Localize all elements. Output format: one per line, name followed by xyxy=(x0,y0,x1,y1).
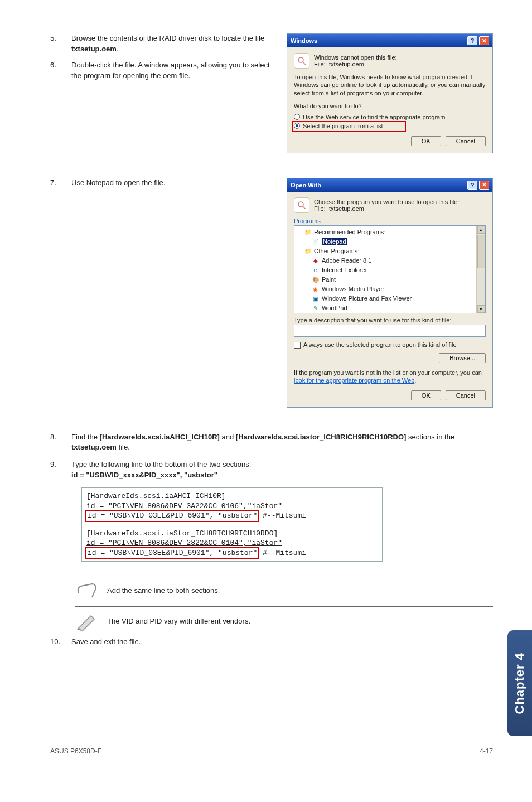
scroll-down[interactable]: ▾ xyxy=(477,305,485,313)
program-list[interactable]: 📁Recommended Programs: 📄Notepad 📁Other P… xyxy=(294,225,486,313)
step-num: 6. xyxy=(50,60,71,81)
step-5: 5. Browse the contents of the RAID drive… xyxy=(50,33,277,55)
other-folder: 📁Other Programs: xyxy=(296,247,484,256)
close-button[interactable]: ✕ xyxy=(479,36,489,45)
help-button[interactable]: ? xyxy=(467,36,477,45)
folder-label: Other Programs: xyxy=(314,248,359,254)
cancel-button[interactable]: Cancel xyxy=(446,390,486,400)
note-text: The VID and PID vary with different vend… xyxy=(107,611,250,625)
cannot-open-label: Windows cannot open this file: xyxy=(314,54,397,61)
page: 5. Browse the contents of the RAID drive… xyxy=(0,0,532,770)
help-button[interactable]: ? xyxy=(467,181,477,190)
folder-label: Recommended Programs: xyxy=(314,229,385,235)
program-item[interactable]: 🎨Paint xyxy=(296,275,484,284)
title-buttons: ? ✕ xyxy=(467,36,489,45)
paperclip-icon xyxy=(75,581,98,602)
pen-icon xyxy=(75,611,98,632)
program-item[interactable]: eInternet Explorer xyxy=(296,265,484,275)
app-label: Adobe Reader 8.1 xyxy=(322,257,371,264)
file-row: Choose the program you want to use to op… xyxy=(294,197,486,213)
web-lookup-link[interactable]: look for the appropriate program on the … xyxy=(294,377,414,384)
t: id = "USB\VID_03EE&PID_6901", "usbstor" xyxy=(88,549,257,557)
dialog-title: Open With xyxy=(291,182,321,189)
program-notepad[interactable]: 📄Notepad xyxy=(296,237,484,247)
step-text: Type the following line to the bottom of… xyxy=(71,460,493,481)
footer-left: ASUS P6X58D-E xyxy=(50,747,102,755)
close-button[interactable]: ✕ xyxy=(479,181,489,190)
t: Find the xyxy=(71,433,100,441)
footer-right: 4-17 xyxy=(480,747,493,755)
block-5-6: 5. Browse the contents of the RAID drive… xyxy=(50,33,493,163)
svg-point-0 xyxy=(298,57,303,62)
button-row: OK Cancel xyxy=(294,390,486,400)
title-buttons: ? ✕ xyxy=(467,181,489,190)
b: id = "USB\VID_xxxx&PID_xxxx", "usbstor" xyxy=(71,471,217,479)
button-row: OK Cancel xyxy=(294,136,486,146)
program-item[interactable]: ◆Adobe Reader 8.1 xyxy=(296,256,484,265)
chapter-tab: Chapter 4 xyxy=(507,630,532,736)
step-text: Save and exit the file. xyxy=(71,637,493,648)
checkbox[interactable] xyxy=(294,342,301,349)
dialog-titlebar: Windows ? ✕ xyxy=(287,34,492,47)
b: txtsetup.oem xyxy=(71,45,117,53)
radio-web[interactable]: Use the Web service to find the appropri… xyxy=(294,113,486,122)
code-block: [HardwareIds.scsi.iaAHCI_ICH10R] id = "P… xyxy=(81,487,383,562)
step-num: 10. xyxy=(50,637,71,648)
program-item[interactable]: ▣Windows Picture and Fax Viewer xyxy=(296,294,484,303)
step-text: Double-click the file. A window appears,… xyxy=(71,60,277,81)
radio-list[interactable]: Select the program from a list xyxy=(294,122,486,131)
app-label: Internet Explorer xyxy=(322,267,367,273)
note-1: Add the same line to both sections. xyxy=(75,576,493,606)
ok-button[interactable]: OK xyxy=(411,390,441,400)
dialog-body: Windows cannot open this file: File: txt… xyxy=(287,47,492,153)
t: If the program you want is not in the li… xyxy=(294,369,482,376)
app-label: WordPad xyxy=(322,305,347,311)
step-num: 5. xyxy=(50,33,71,55)
windows-dialog: Windows ? ✕ Windows cannot open this fil… xyxy=(287,33,493,153)
dialog-titlebar: Open With ? ✕ xyxy=(287,178,492,192)
b: [HardwareIds.scsi.iastor_ICH8RICH9RICH10… xyxy=(236,433,407,441)
ie-icon: e xyxy=(311,266,320,274)
t: #--Mitsumi xyxy=(258,511,306,520)
b: txtsetup.oem xyxy=(71,443,117,451)
folder-icon: 📁 xyxy=(303,228,312,236)
always-checkbox-row[interactable]: Always use the selected program to open … xyxy=(294,341,486,349)
file-name: txtsetup.oem xyxy=(329,205,364,212)
step-10: 10. Save and exit the file. xyxy=(50,637,493,648)
choose-label: Choose the program you want to use to op… xyxy=(314,199,460,205)
folder-icon: 📁 xyxy=(303,247,312,255)
wordpad-icon: ✎ xyxy=(311,304,320,312)
b: [HardwareIds.scsi.iaAHCI_ICH10R] xyxy=(100,433,220,441)
radio-label: Select the program from a list xyxy=(303,123,383,129)
radio-label: Use the Web service to find the appropri… xyxy=(303,114,445,120)
cancel-button[interactable]: Cancel xyxy=(446,136,486,146)
file-label: File: xyxy=(314,61,326,67)
footer: ASUS P6X58D-E 4-17 xyxy=(50,747,493,755)
file-name: txtsetup.oem xyxy=(329,61,364,67)
step-text: Use Notepad to open the file. xyxy=(71,178,277,189)
ok-button[interactable]: OK xyxy=(411,136,441,146)
step-num: 8. xyxy=(50,432,71,453)
file-label: File: xyxy=(314,205,326,212)
t: file. xyxy=(117,443,130,451)
program-item[interactable]: ◉Windows Media Player xyxy=(296,284,484,294)
t: . xyxy=(414,377,416,384)
code-line: id = "USB\VID 03EE&PID 6901", "usbstor" … xyxy=(86,511,378,521)
dialog-body: Choose the program you want to use to op… xyxy=(287,192,492,407)
svg-point-2 xyxy=(298,202,303,207)
recommended-folder: 📁Recommended Programs: xyxy=(296,228,484,237)
program-item[interactable]: ✎WordPad xyxy=(296,303,484,313)
app-label: Paint xyxy=(322,276,336,283)
scroll-thumb[interactable] xyxy=(477,235,485,268)
file-row: Windows cannot open this file: File: txt… xyxy=(294,53,486,69)
step-7: 7. Use Notepad to open the file. xyxy=(50,178,277,189)
browse-button[interactable]: Browse... xyxy=(439,353,486,363)
app-label: Windows Media Player xyxy=(322,286,384,292)
scroll-up[interactable]: ▴ xyxy=(477,226,485,234)
scrollbar[interactable]: ▴ ▾ xyxy=(476,226,485,313)
t: . xyxy=(117,45,119,53)
description-input[interactable] xyxy=(294,325,486,337)
radio-group: Use the Web service to find the appropri… xyxy=(294,113,486,131)
dialog-title: Windows xyxy=(291,37,317,44)
svg-line-3 xyxy=(303,206,306,209)
